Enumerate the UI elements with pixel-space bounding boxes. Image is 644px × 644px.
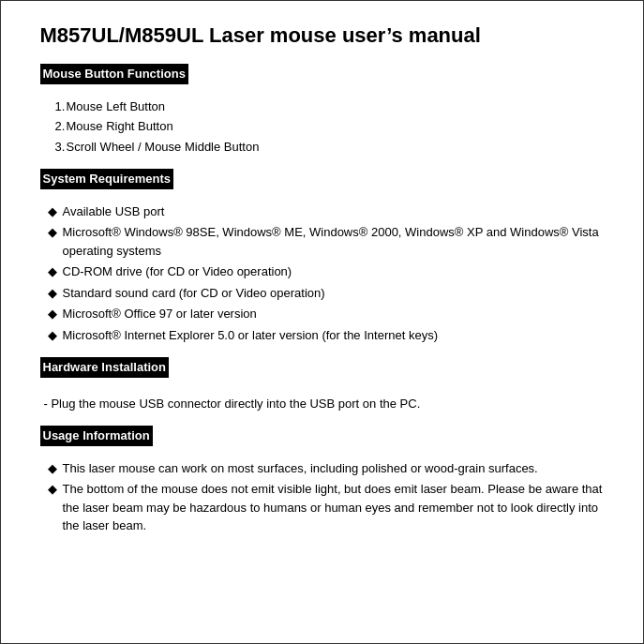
bullet-icon: ◆	[40, 305, 63, 323]
list-text: Scroll Wheel / Mouse Middle Button	[67, 138, 260, 157]
list-item: ◆ The bottom of the mouse does not emit …	[40, 480, 605, 535]
list-item: 2. Mouse Right Button	[40, 117, 605, 136]
list-text: Standard sound card (for CD or Video ope…	[63, 284, 605, 303]
usage-information-heading: Usage Information	[40, 426, 153, 446]
list-text: Available USB port	[63, 202, 605, 221]
list-num: 2.	[40, 117, 67, 136]
document-title: M857UL/M859UL Laser mouse user’s manual	[40, 20, 605, 51]
list-item: ◆ Standard sound card (for CD or Video o…	[40, 284, 605, 303]
section-usage-information: Usage Information ◆ This laser mouse can…	[40, 426, 605, 535]
bullet-icon: ◆	[40, 326, 63, 345]
list-num: 1.	[40, 97, 67, 116]
bullet-icon: ◆	[40, 262, 63, 281]
list-num: 3.	[40, 138, 67, 157]
bullet-icon: ◆	[40, 284, 63, 303]
list-item: ◆ Microsoft® Office 97 or later version	[40, 305, 605, 323]
list-item: ◆ This laser mouse can work on most surf…	[40, 459, 605, 478]
list-text: Mouse Left Button	[67, 97, 166, 116]
mouse-button-functions-heading: Mouse Button Functions	[40, 64, 188, 84]
usage-information-list: ◆ This laser mouse can work on most surf…	[40, 459, 605, 535]
list-item: ◆ Microsoft® Windows® 98SE, Windows® ME,…	[40, 223, 605, 260]
system-requirements-list: ◆ Available USB port ◆ Microsoft® Window…	[40, 202, 605, 345]
list-text: The bottom of the mouse does not emit vi…	[63, 480, 605, 535]
list-text: CD-ROM drive (for CD or Video operation)	[63, 262, 605, 281]
list-text: Microsoft® Internet Explorer 5.0 or late…	[63, 326, 605, 345]
page-container: M857UL/M859UL Laser mouse user’s manual …	[0, 0, 644, 644]
list-item: 3. Scroll Wheel / Mouse Middle Button	[40, 138, 605, 157]
list-item: ◆ Available USB port	[40, 202, 605, 221]
mouse-button-list: 1. Mouse Left Button 2. Mouse Right Butt…	[40, 97, 605, 157]
bullet-icon: ◆	[40, 480, 63, 499]
list-item: ◆ CD-ROM drive (for CD or Video operatio…	[40, 262, 605, 281]
list-item: ◆ Microsoft® Internet Explorer 5.0 or la…	[40, 326, 605, 345]
bullet-icon: ◆	[40, 202, 63, 221]
system-requirements-heading: System Requirements	[40, 169, 174, 189]
hardware-installation-text: - Plug the mouse USB connector directly …	[40, 395, 605, 413]
bullet-icon: ◆	[40, 223, 63, 242]
document: M857UL/M859UL Laser mouse user’s manual …	[18, 1, 627, 567]
list-text: Microsoft® Windows® 98SE, Windows® ME, W…	[63, 223, 605, 260]
list-item: 1. Mouse Left Button	[40, 97, 605, 116]
section-mouse-button-functions: Mouse Button Functions 1. Mouse Left But…	[40, 64, 605, 156]
list-text: Microsoft® Office 97 or later version	[63, 305, 605, 323]
section-hardware-installation: Hardware Installation - Plug the mouse U…	[40, 357, 605, 412]
bullet-icon: ◆	[40, 459, 63, 478]
list-text: This laser mouse can work on most surfac…	[63, 459, 605, 478]
list-text: Mouse Right Button	[67, 117, 173, 136]
hardware-installation-heading: Hardware Installation	[40, 357, 169, 378]
section-system-requirements: System Requirements ◆ Available USB port…	[40, 169, 605, 344]
